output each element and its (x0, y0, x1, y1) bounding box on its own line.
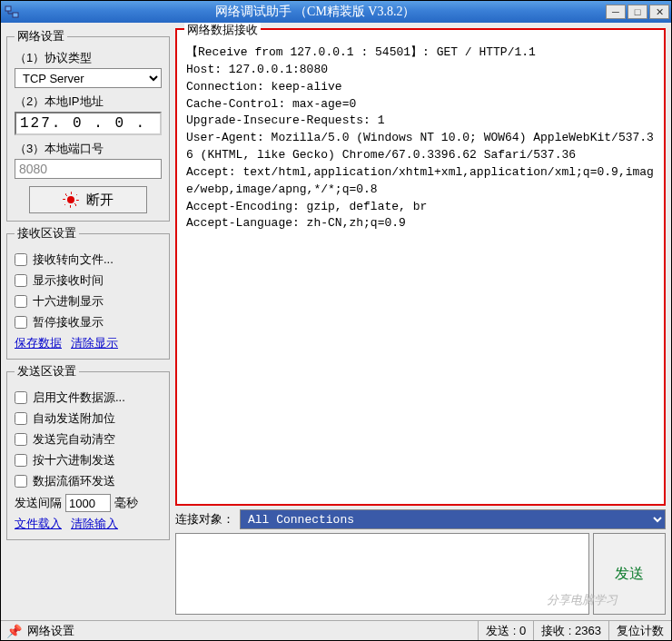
disconnect-icon (63, 192, 79, 208)
minimize-button[interactable]: ─ (606, 5, 626, 19)
close-button[interactable]: ✕ (649, 5, 669, 19)
recv-opt-hex[interactable]: 十六进制显示 (15, 293, 162, 310)
status-net-settings[interactable]: 网络设置 (27, 623, 74, 639)
recv-settings-group: 接收区设置 接收转向文件... 显示接收时间 十六进制显示 暂停接收显示 保存数… (6, 225, 170, 360)
send-opt-auto[interactable]: 自动发送附加位 (15, 410, 162, 427)
recv-opt-pause[interactable]: 暂停接收显示 (15, 314, 162, 330)
status-recv-count: 接收 : 2363 (533, 621, 608, 640)
ip-input[interactable] (15, 112, 162, 135)
connection-row: 连接对象： All Connections (175, 509, 666, 529)
recv-area: 网络数据接收 【Receive from 127.0.0.1 : 54501】:… (175, 28, 666, 506)
send-opt-file[interactable]: 启用文件数据源... (15, 390, 162, 406)
send-link-load[interactable]: 文件载入 (15, 516, 62, 532)
send-button[interactable]: 发送 (593, 533, 666, 615)
protocol-label: （1）协议类型 (15, 50, 162, 66)
right-panel: 网络数据接收 【Receive from 127.0.0.1 : 54501】:… (175, 28, 666, 615)
interval-input[interactable] (65, 494, 111, 512)
send-textarea[interactable] (175, 533, 589, 615)
status-reset-button[interactable]: 复位计数 (608, 621, 671, 640)
recv-link-save[interactable]: 保存数据 (15, 335, 62, 351)
svg-rect-0 (5, 6, 11, 11)
port-input[interactable] (15, 159, 162, 179)
send-opt-clear[interactable]: 发送完自动清空 (15, 431, 162, 448)
interval-label: 发送间隔 (15, 495, 62, 511)
pin-icon[interactable]: 📌 (1, 624, 27, 638)
app-icon (3, 4, 21, 20)
status-send-count: 发送 : 0 (478, 621, 533, 640)
maximize-button[interactable]: □ (628, 5, 647, 19)
window-title: 网络调试助手 （CM精装版 V3.8.2） (25, 4, 606, 20)
recv-content[interactable]: 【Receive from 127.0.0.1 : 54501】: GET / … (177, 30, 664, 504)
disconnect-button[interactable]: 断开 (29, 186, 147, 213)
network-settings-legend: 网络设置 (15, 28, 67, 44)
send-settings-legend: 发送区设置 (15, 363, 79, 380)
recv-opt-file[interactable]: 接收转向文件... (15, 251, 162, 268)
send-opt-hex[interactable]: 按十六进制发送 (15, 452, 162, 468)
send-link-clear[interactable]: 清除输入 (71, 516, 118, 532)
network-settings-group: 网络设置 （1）协议类型 TCP Server （2）本地IP地址 （3）本地端… (6, 28, 170, 222)
connection-select[interactable]: All Connections (240, 509, 666, 529)
port-label: （3）本地端口号 (15, 141, 162, 157)
send-settings-group: 发送区设置 启用文件数据源... 自动发送附加位 发送完自动清空 按十六进制发送… (6, 363, 170, 540)
recv-settings-legend: 接收区设置 (15, 225, 79, 242)
disconnect-label: 断开 (86, 192, 114, 209)
app-window: 网络调试助手 （CM精装版 V3.8.2） ─ □ ✕ 网络设置 （1）协议类型… (0, 0, 672, 641)
ip-label: （2）本地IP地址 (15, 94, 162, 110)
recv-area-legend: 网络数据接收 (184, 23, 261, 38)
left-panel: 网络设置 （1）协议类型 TCP Server （2）本地IP地址 （3）本地端… (6, 28, 170, 615)
statusbar: 📌 网络设置 发送 : 0 接收 : 2363 复位计数 (1, 620, 671, 640)
titlebar[interactable]: 网络调试助手 （CM精装版 V3.8.2） ─ □ ✕ (1, 1, 671, 23)
connection-label: 连接对象： (175, 511, 234, 528)
svg-rect-1 (13, 13, 18, 17)
recv-link-clear[interactable]: 清除显示 (71, 335, 118, 351)
interval-unit: 毫秒 (114, 495, 138, 511)
recv-opt-time[interactable]: 显示接收时间 (15, 272, 162, 289)
protocol-select[interactable]: TCP Server (15, 68, 162, 88)
send-opt-loop[interactable]: 数据流循环发送 (15, 473, 162, 489)
